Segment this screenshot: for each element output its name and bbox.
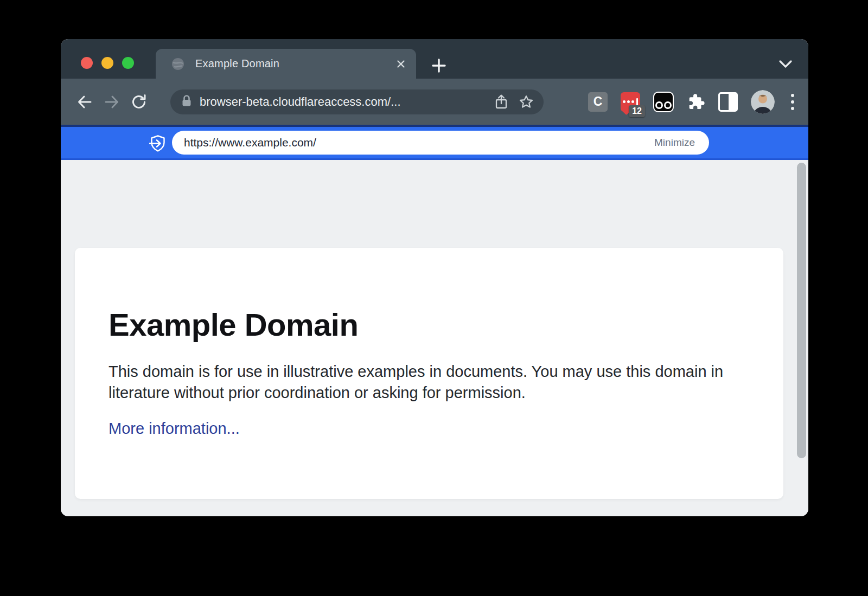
profile-avatar[interactable] [751,90,775,114]
close-window-button[interactable] [81,57,93,69]
tab-close-icon[interactable] [395,59,406,69]
extension-password-dots-icon[interactable]: 12 [621,92,640,112]
remote-url-input[interactable]: https://www.example.com/ Minimize [172,131,709,155]
content-card: Example Domain This domain is for use in… [75,248,783,499]
extensions-tray: C 12 [588,90,797,114]
remote-url-text: https://www.example.com/ [184,136,316,149]
new-tab-button[interactable] [426,53,451,78]
minimize-window-button[interactable] [101,57,113,69]
lock-icon[interactable] [181,94,192,110]
window-controls [81,57,134,69]
extension-c-icon[interactable]: C [588,92,608,112]
address-bar[interactable]: browser-beta.cloudflareaccess.com/... [170,89,544,114]
extension-goggles-icon[interactable] [653,92,674,112]
forward-button[interactable] [102,92,122,112]
web-page-viewport: Example Domain This domain is for use in… [61,160,808,516]
browser-window: Example Domain [61,39,808,516]
tab-title: Example Domain [195,57,279,70]
remote-browser-bar: https://www.example.com/ Minimize [61,125,808,160]
back-button[interactable] [75,92,94,112]
share-icon[interactable] [493,93,510,111]
shield-arrow-icon [149,134,167,155]
side-panel-icon[interactable] [718,92,738,112]
active-tab[interactable]: Example Domain [156,49,416,79]
page-scrollbar[interactable] [797,163,806,458]
bookmark-star-icon[interactable] [518,93,535,111]
address-bar-url: browser-beta.cloudflareaccess.com/... [200,95,401,109]
browser-toolbar: browser-beta.cloudflareaccess.com/... C [61,79,808,125]
page-body-text: This domain is for use in illustrative e… [108,361,743,403]
tab-favicon-globe-icon [171,57,185,71]
fullscreen-window-button[interactable] [122,57,134,69]
extensions-puzzle-icon[interactable] [687,93,705,111]
minimize-bar-button[interactable]: Minimize [654,137,695,149]
browser-menu-kebab-icon[interactable] [788,94,797,110]
more-information-link[interactable]: More information... [108,420,240,438]
extension-badge-count: 12 [629,105,645,117]
tab-search-chevron-icon[interactable] [778,60,793,71]
tab-strip: Example Domain [61,39,808,79]
reload-button[interactable] [129,92,149,112]
page-heading: Example Domain [108,306,745,343]
